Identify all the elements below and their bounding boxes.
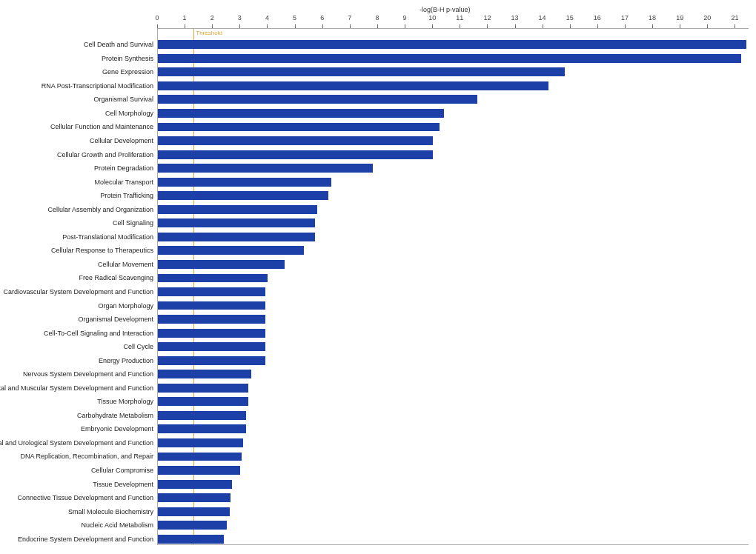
x-tick-label: 4: [265, 14, 269, 21]
bar-label: Cellular Development: [90, 137, 153, 144]
bar-label: Gene Expression: [102, 68, 153, 76]
bar-row: Renal and Urological System Development …: [158, 438, 749, 448]
bar: [158, 397, 248, 406]
bar-label: Carbohydrate Metabolism: [77, 412, 153, 419]
bar: [158, 301, 265, 310]
x-tick-label: 8: [375, 14, 379, 21]
bar: [158, 411, 246, 420]
x-tick-label: 3: [238, 14, 242, 21]
x-tick-label: 16: [594, 14, 601, 21]
bar: [158, 493, 231, 502]
bar: [158, 260, 285, 269]
bar-label: Post-Translational Modification: [62, 233, 153, 241]
x-tick-label: 21: [731, 14, 738, 21]
bar-label: Cell Death and Survival: [84, 41, 153, 48]
x-tick-label: 13: [511, 14, 518, 21]
bar: [158, 150, 433, 159]
bar-row: Protein Trafficking: [158, 190, 749, 201]
bar-label: Cellular Movement: [98, 261, 153, 268]
bar: [158, 191, 328, 200]
bar: [158, 40, 746, 49]
bar-row: Organismal Development: [158, 314, 749, 324]
bar: [158, 424, 246, 433]
bar-row: Skeletal and Muscular System Development…: [158, 383, 749, 393]
bar: [158, 507, 230, 516]
bar-label: Cellular Compromise: [91, 467, 153, 474]
bar-label: Nucleic Acid Metabolism: [81, 521, 153, 529]
plot-area: Threshold Cell Death and SurvivalProtein…: [157, 28, 749, 545]
bar-row: Cell Death and Survival: [158, 39, 749, 50]
bar-row: Cellular Function and Maintenance: [158, 122, 749, 133]
bar-row: Connective Tissue Development and Functi…: [158, 493, 749, 503]
bar: [158, 205, 317, 214]
bar-row: Cell Cycle: [158, 341, 749, 352]
bar-label: Tissue Morphology: [97, 398, 153, 405]
bar-row: Cell Morphology: [158, 108, 749, 119]
bar-label: Cellular Growth and Proliferation: [57, 151, 153, 158]
bar-row: Cellular Assembly and Organization: [158, 204, 749, 215]
bar-row: Protein Degradation: [158, 163, 749, 173]
x-tick-label: 17: [621, 14, 629, 21]
bar: [158, 315, 265, 324]
x-tick-label: 6: [320, 14, 324, 21]
bar-label: Connective Tissue Development and Functi…: [17, 494, 153, 501]
bar-label: Cell Cycle: [123, 343, 153, 350]
bar-row: Free Radical Scavenging: [158, 273, 749, 284]
bar: [158, 123, 440, 132]
bar-label: Cell Signaling: [113, 219, 153, 227]
bar: [158, 287, 265, 296]
bar: [158, 233, 315, 241]
bar: [158, 370, 251, 378]
bar: [158, 356, 265, 365]
bar-label: Renal and Urological System Development …: [0, 439, 153, 447]
bar-row: Tissue Development: [158, 479, 749, 490]
x-tick-label: 0: [155, 14, 159, 21]
bar: [158, 67, 565, 76]
bar-label: Organ Morphology: [98, 302, 153, 310]
bar: [158, 466, 240, 475]
bar: [158, 178, 331, 187]
x-tick-label: 7: [348, 14, 351, 21]
bar: [158, 136, 433, 145]
bar-row: Gene Expression: [158, 67, 749, 77]
bar: [158, 218, 315, 227]
bar-label: Cell-To-Cell Signaling and Interaction: [44, 330, 153, 337]
bar-label: Cellular Function and Maintenance: [50, 123, 153, 130]
bar-label: Endocrine System Development and Functio…: [18, 535, 153, 543]
bar: [158, 342, 265, 351]
x-tick-label: 12: [483, 14, 491, 21]
bar-row: Carbohydrate Metabolism: [158, 410, 749, 421]
bar-row: Organismal Survival: [158, 94, 749, 104]
bar-label: DNA Replication, Recombination, and Repa…: [20, 453, 153, 460]
x-tick-label: 1: [183, 14, 187, 21]
bar: [158, 164, 373, 173]
bar-label: Protein Synthesis: [102, 55, 153, 62]
bar: [158, 438, 243, 447]
x-tick-label: 10: [428, 14, 436, 21]
x-tick-label: 11: [456, 14, 463, 21]
bar-label: Cellular Assembly and Organization: [47, 206, 153, 213]
bar: [158, 109, 444, 118]
bar: [158, 453, 242, 461]
x-tick-label: 18: [649, 14, 656, 21]
bar-label: Energy Production: [99, 357, 153, 364]
x-tick-label: 14: [539, 14, 546, 21]
bar-row: Nucleic Acid Metabolism: [158, 520, 749, 530]
bar: [158, 329, 265, 338]
bar-label: Cardiovascular System Development and Fu…: [3, 288, 153, 296]
bar-label: Tissue Development: [93, 481, 153, 488]
bar-label: Free Radical Scavenging: [79, 274, 153, 281]
bar-row: Cell-To-Cell Signaling and Interaction: [158, 328, 749, 338]
bar: [158, 246, 304, 255]
bar-row: Protein Synthesis: [158, 53, 749, 64]
bar-row: Molecular Transport: [158, 177, 749, 187]
bar: [158, 521, 227, 530]
bar-row: Nervous System Development and Function: [158, 369, 749, 379]
bar-row: Cellular Movement: [158, 259, 749, 270]
bar: [158, 480, 232, 489]
bar: [158, 274, 268, 283]
bar-row: Cell Signaling: [158, 218, 749, 228]
bar-label: Cellular Response to Therapeutics: [51, 247, 153, 254]
bar-label: Organismal Development: [78, 316, 153, 323]
bar-row: Energy Production: [158, 356, 749, 366]
